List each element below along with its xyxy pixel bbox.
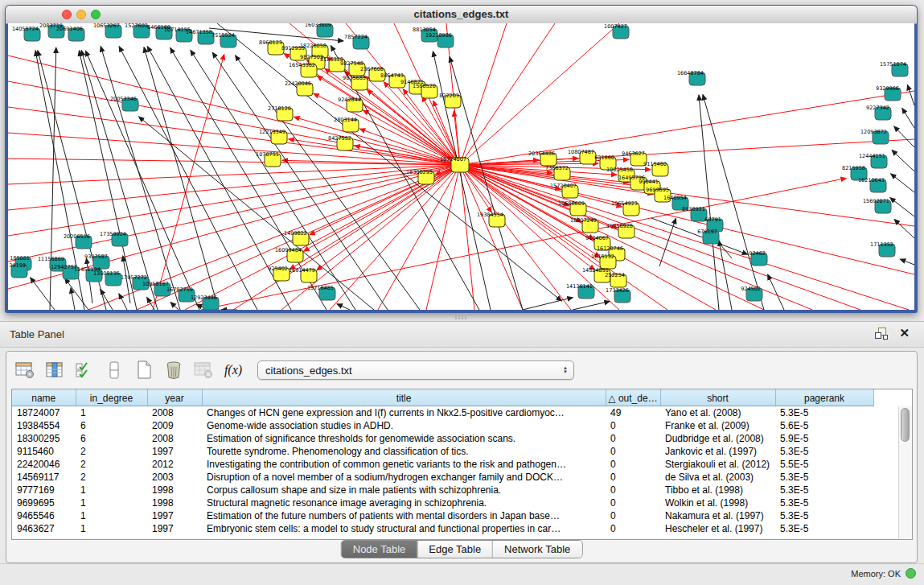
table-cell[interactable]: 2 (76, 471, 147, 484)
table-cell[interactable]: 5.3E-5 (775, 522, 873, 535)
table-cell[interactable]: 22420046 (12, 458, 76, 471)
table-cell[interactable]: 9465546 (12, 509, 76, 522)
column-header-year[interactable]: year (147, 390, 202, 406)
table-cell[interactable]: 9777169 (12, 484, 76, 496)
table-cell[interactable]: 0 (606, 522, 660, 535)
table-cell[interactable]: Hescheler et al. (1997) (660, 522, 775, 535)
table-cell[interactable]: 49 (606, 406, 660, 419)
table-cell[interactable]: 5.3E-5 (775, 445, 873, 458)
citation-network-graph[interactable]: 8960123891295518226058982750316543362818… (8, 23, 914, 310)
table-cell[interactable]: 1 (76, 509, 147, 522)
table-row[interactable]: 1830029562008Estimation of significance … (12, 432, 873, 445)
table-cell[interactable]: Estimation of the future numbers of pati… (202, 509, 606, 522)
table-cell[interactable]: 9699695 (12, 496, 76, 509)
table-cell[interactable]: 2 (76, 445, 147, 458)
table-settings-icon[interactable] (14, 360, 35, 381)
table-cell[interactable]: 2003 (147, 471, 202, 484)
table-cell[interactable]: Changes of HCN gene expression and I(f) … (202, 406, 606, 419)
column-header-out_de[interactable]: △ out_de… (606, 390, 660, 406)
table-cell[interactable]: 0 (606, 471, 660, 484)
table-cell[interactable]: 5.3E-5 (775, 496, 873, 509)
scrollbar-thumb[interactable] (901, 408, 910, 442)
table-row[interactable]: 1456911722003Disruption of a novel membe… (12, 471, 873, 484)
table-row[interactable]: 1938455462009Genome-wide association stu… (12, 419, 873, 432)
column-header-name[interactable]: name (12, 390, 76, 406)
table-cell[interactable]: Tibbo et al. (1998) (660, 484, 775, 496)
table-cell[interactable]: 5.3E-5 (775, 471, 873, 484)
table-cell[interactable]: Investigating the contribution of common… (202, 458, 606, 471)
table-row[interactable]: 977716911998Corpus callosum shape and si… (12, 484, 873, 496)
table-cell[interactable]: Yano et al. (2008) (660, 406, 775, 419)
table-cell[interactable]: 18300295 (12, 432, 76, 445)
table-cell[interactable]: 0 (606, 419, 660, 432)
column-header-title[interactable]: title (202, 390, 606, 406)
table-cell[interactable]: Dudbridge et al. (2008) (660, 432, 775, 445)
table-chooser-select[interactable]: citations_edges.txt ▲ ▼ (257, 360, 574, 380)
table-cell[interactable]: 0 (606, 496, 660, 509)
table-cell[interactable]: Nakamura et al. (1997) (660, 509, 775, 522)
new-table-icon[interactable] (133, 360, 154, 381)
table-cell[interactable]: Disruption of a novel member of a sodium… (202, 471, 606, 484)
table-cell[interactable]: 2009 (147, 419, 202, 432)
column-header-short[interactable]: short (660, 390, 775, 406)
table-cell[interactable]: 1998 (147, 496, 202, 509)
table-row[interactable]: 946554611997Estimation of the future num… (12, 509, 873, 522)
function-builder-icon[interactable]: f(x) (223, 360, 244, 381)
table-cell[interactable]: 0 (606, 458, 660, 471)
tab-edge-table[interactable]: Edge Table (417, 541, 492, 558)
table-cell[interactable]: 5.9E-5 (775, 432, 873, 445)
tab-node-table[interactable]: Node Table (342, 541, 417, 558)
table-cell[interactable]: 1 (76, 406, 147, 419)
table-row[interactable]: 2242004622012Investigating the contribut… (12, 458, 873, 471)
table-cell[interactable]: Franke et al. (2009) (660, 419, 775, 432)
network-window-titlebar[interactable]: citations_edges.txt (6, 6, 917, 24)
vertical-scrollbar[interactable] (898, 406, 912, 539)
table-row[interactable]: 1872400712008Changes of HCN gene express… (12, 406, 873, 419)
table-cell[interactable]: 5.3E-5 (775, 509, 873, 522)
table-cell[interactable]: 1 (76, 522, 147, 535)
table-cell[interactable]: 0 (606, 445, 660, 458)
table-cell[interactable]: Structural magnetic resonance image aver… (202, 496, 606, 509)
table-row[interactable]: 969969511998Structural magnetic resonanc… (12, 496, 873, 509)
table-row[interactable]: 911546021997Tourette syndrome. Phenomeno… (12, 445, 873, 458)
table-cell[interactable]: 1 (76, 484, 147, 496)
table-cell[interactable]: Wolkin et al. (1998) (660, 496, 775, 509)
table-cell[interactable]: 5.6E-5 (775, 419, 873, 432)
table-cell[interactable]: 0 (606, 432, 660, 445)
table-cell[interactable]: 1997 (147, 522, 202, 535)
table-cell[interactable]: 0 (606, 509, 660, 522)
tab-network-table[interactable]: Network Table (492, 541, 581, 558)
table-cell[interactable]: 0 (606, 484, 660, 496)
table-cell[interactable]: 1997 (147, 509, 202, 522)
delete-table-icon[interactable] (163, 360, 184, 381)
table-cell[interactable]: Stergiakouli et al. (2012) (660, 458, 775, 471)
table-cell[interactable]: 19384554 (12, 419, 76, 432)
table-row[interactable]: 946362711997Embryonic stem cells: a mode… (12, 522, 873, 535)
table-cell[interactable]: Tourette syndrome. Phenomenology and cla… (202, 445, 606, 458)
close-icon[interactable]: ✕ (899, 328, 910, 339)
table-cell[interactable]: 6 (76, 419, 147, 432)
column-visibility-icon[interactable] (44, 360, 65, 381)
table-cell[interactable]: Genome-wide association studies in ADHD. (202, 419, 606, 432)
float-window-icon[interactable] (875, 328, 886, 339)
table-cell[interactable]: Estimation of significance thresholds fo… (202, 432, 606, 445)
table-cell[interactable]: 1998 (147, 484, 202, 496)
column-header-in_degree[interactable]: in_degree (76, 390, 147, 406)
select-rows-icon[interactable] (74, 360, 95, 381)
table-cell[interactable]: 2 (76, 458, 147, 471)
table-cell[interactable]: 1 (76, 496, 147, 509)
table-cell[interactable]: 18724007 (12, 406, 76, 419)
table-cell[interactable]: 5.3E-5 (775, 406, 873, 419)
table-cell[interactable]: 5.3E-5 (775, 484, 873, 496)
table-cell[interactable]: Jankovic et al. (1997) (660, 445, 775, 458)
delete-columns-icon[interactable] (193, 360, 214, 381)
table-cell[interactable]: 14569117 (12, 471, 76, 484)
network-graph-canvas[interactable]: 8960123891295518226058982750316543362818… (8, 23, 914, 310)
column-header-pagerank[interactable]: pagerank (775, 390, 873, 406)
table-cell[interactable]: de Silva et al. (2003) (660, 471, 775, 484)
table-cell[interactable]: 6 (76, 432, 147, 445)
table-cell[interactable]: 9115460 (12, 445, 76, 458)
split-cells-icon[interactable] (104, 360, 125, 381)
table-cell[interactable]: Corpus callosum shape and size in male p… (202, 484, 606, 496)
table-cell[interactable]: 2008 (147, 406, 202, 419)
